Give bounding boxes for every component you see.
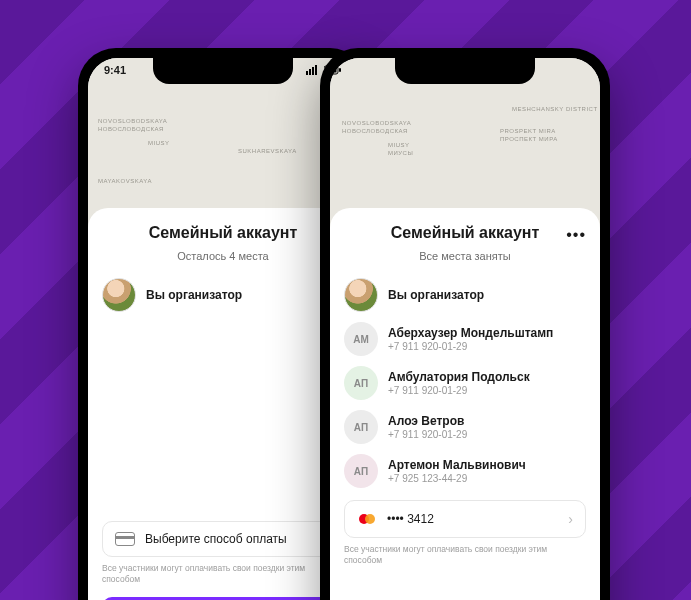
- map-label: MIUSY: [388, 142, 410, 149]
- svg-rect-6: [339, 68, 341, 72]
- map-label: МИУСЫ: [388, 150, 413, 157]
- notch: [153, 58, 293, 84]
- notch: [395, 58, 535, 84]
- screen-left: 9:41 Novoslobodskaya Новослободская MIUS…: [88, 58, 358, 600]
- map-label: Mayakovskaya: [98, 178, 152, 185]
- signal-icon: [306, 65, 320, 75]
- member-name: Аберхаузер Мондельштамп: [388, 326, 553, 340]
- member-phone: +7 911 920-01-29: [388, 429, 467, 440]
- bottom-sheet: Семейный аккаунт Осталось 4 места Вы орг…: [88, 208, 358, 600]
- avatar: АМ: [344, 322, 378, 356]
- member-organizer[interactable]: Вы организатор: [102, 278, 344, 312]
- avatar: [102, 278, 136, 312]
- card-last4: •••• 3412: [387, 512, 434, 526]
- svg-rect-1: [309, 69, 311, 75]
- avatar: АП: [344, 454, 378, 488]
- member-name: Алоэ Ветров: [388, 414, 467, 428]
- avatar: [344, 278, 378, 312]
- bottom-sheet: ••• Семейный аккаунт Все места заняты Вы…: [330, 208, 600, 600]
- payment-note: Все участники могут оплачивать свои поез…: [344, 544, 586, 566]
- map-label: MIUSY: [148, 140, 170, 147]
- payment-method-select[interactable]: Выберите способ оплаты: [102, 521, 344, 557]
- map-label: Проспект Мира: [500, 136, 558, 143]
- member-name: Вы организатор: [388, 288, 484, 302]
- member-phone: +7 925 123-44-29: [388, 473, 526, 484]
- battery-icon: [324, 65, 342, 75]
- seats-full: Все места заняты: [344, 250, 586, 262]
- status-time: 9:41: [104, 64, 126, 76]
- svg-rect-3: [315, 65, 317, 75]
- member-name: Вы организатор: [146, 288, 242, 302]
- card-icon: [115, 532, 135, 546]
- map-label: Новослободская: [98, 126, 164, 133]
- member-row[interactable]: АП Амбулатория Подольск +7 911 920-01-29: [344, 366, 586, 400]
- members-list: Вы организатор: [102, 278, 344, 312]
- mastercard-icon: [357, 512, 377, 526]
- chevron-right-icon: ›: [568, 511, 573, 527]
- member-name: Артемон Мальвинович: [388, 458, 526, 472]
- map-label: Novoslobodskaya: [342, 120, 411, 127]
- member-row[interactable]: АП Артемон Мальвинович +7 925 123-44-29: [344, 454, 586, 488]
- payment-label: Выберите способ оплаты: [145, 532, 287, 546]
- map-label: Prospekt Mira: [500, 128, 556, 135]
- sheet-title: Семейный аккаунт: [102, 224, 344, 242]
- map-label: Sukharevskaya: [238, 148, 297, 155]
- svg-rect-5: [326, 68, 337, 73]
- map-label: MESHCHANSKY DISTRICT: [512, 106, 598, 113]
- status-icons: [306, 64, 342, 76]
- member-row[interactable]: АП Алоэ Ветров +7 911 920-01-29: [344, 410, 586, 444]
- members-list: Вы организатор АМ Аберхаузер Мондельштам…: [344, 278, 586, 488]
- avatar: АП: [344, 410, 378, 444]
- member-organizer[interactable]: Вы организатор: [344, 278, 586, 312]
- member-phone: +7 911 920-01-29: [388, 341, 553, 352]
- screen-right: Novoslobodskaya Новослободская MIUSY МИУ…: [330, 58, 600, 600]
- seats-remaining: Осталось 4 места: [102, 250, 344, 262]
- member-name: Амбулатория Подольск: [388, 370, 530, 384]
- member-phone: +7 911 920-01-29: [388, 385, 530, 396]
- map-label: Novoslobodskaya: [98, 118, 167, 125]
- more-button[interactable]: •••: [566, 226, 586, 244]
- member-row[interactable]: АМ Аберхаузер Мондельштамп +7 911 920-01…: [344, 322, 586, 356]
- sheet-title: Семейный аккаунт: [344, 224, 586, 242]
- phone-right: Novoslobodskaya Новослободская MIUSY МИУ…: [320, 48, 610, 600]
- payment-method-row[interactable]: •••• 3412 ›: [344, 500, 586, 538]
- map-label: Новослободская: [342, 128, 408, 135]
- svg-rect-0: [306, 71, 308, 75]
- avatar: АП: [344, 366, 378, 400]
- svg-rect-2: [312, 67, 314, 75]
- payment-note: Все участники могут оплачивать свои поез…: [102, 563, 344, 585]
